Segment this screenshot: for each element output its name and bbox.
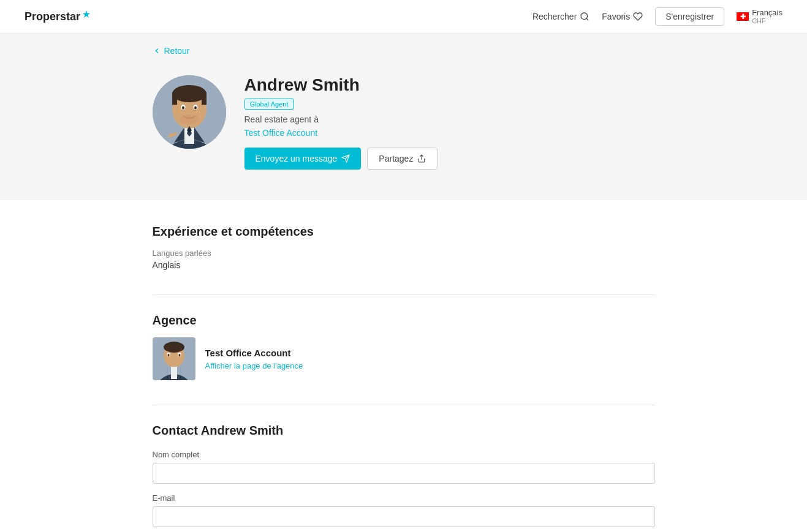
- name-field-group: Nom complet: [153, 450, 655, 484]
- search-label: Rechercher: [532, 12, 577, 21]
- svg-line-2: [586, 18, 588, 20]
- hero-section: Andrew Smith Global Agent Real estate ag…: [128, 57, 680, 200]
- svg-point-1: [581, 13, 588, 20]
- favorites-nav-link[interactable]: Favoris: [602, 12, 643, 21]
- experience-section: Expérience et compétences Langues parlée…: [153, 225, 655, 270]
- share-label: Partagez: [379, 154, 413, 163]
- agency-details: Test Office Account Afficher la page de …: [205, 348, 303, 370]
- svg-point-30: [178, 354, 180, 356]
- languages-label: Langues parlées: [153, 249, 655, 258]
- email-input[interactable]: [153, 506, 655, 527]
- email-label: E-mail: [153, 493, 655, 503]
- svg-point-13: [182, 107, 184, 110]
- experience-title: Expérience et compétences: [153, 225, 655, 239]
- name-label: Nom complet: [153, 450, 655, 459]
- agent-avatar: [153, 75, 226, 149]
- svg-marker-0: [83, 10, 90, 18]
- languages-value: Anglais: [153, 260, 655, 270]
- agency-thumb-image: [153, 337, 195, 380]
- logo[interactable]: Properstar: [25, 10, 91, 23]
- logo-star-icon: [82, 10, 91, 18]
- svg-point-8: [172, 85, 206, 102]
- agent-office-link[interactable]: Test Office Account: [244, 128, 438, 138]
- main-content: Expérience et compétences Langues parlée…: [128, 200, 680, 532]
- register-button[interactable]: S'enregistrer: [655, 7, 724, 26]
- section-divider-1: [153, 294, 655, 295]
- send-icon: [341, 154, 350, 163]
- global-badge: Global Agent: [244, 99, 294, 110]
- logo-text: Properstar: [25, 10, 80, 23]
- heart-icon: [633, 12, 643, 21]
- svg-point-15: [180, 114, 199, 124]
- favorites-label: Favoris: [602, 12, 630, 21]
- agency-card: Test Office Account Afficher la page de …: [153, 337, 655, 380]
- hero-buttons: Envoyez un message Partagez: [244, 148, 438, 170]
- agency-title: Agence: [153, 313, 655, 328]
- contact-title: Contact Andrew Smith: [153, 424, 655, 438]
- section-divider-2: [153, 405, 655, 405]
- back-link[interactable]: Retour: [153, 46, 190, 56]
- name-input[interactable]: [153, 463, 655, 484]
- back-label: Retour: [164, 46, 190, 56]
- header-nav: Rechercher Favoris S'enregistrer ✚ Franç…: [532, 7, 782, 26]
- svg-point-29: [167, 354, 169, 356]
- agency-page-link[interactable]: Afficher la page de l'agence: [205, 361, 303, 370]
- search-nav-link[interactable]: Rechercher: [532, 12, 589, 21]
- svg-rect-9: [172, 92, 177, 105]
- share-icon: [417, 154, 426, 163]
- agency-thumbnail: [153, 337, 195, 380]
- email-field-group: E-mail: [153, 493, 655, 527]
- agency-name: Test Office Account: [205, 348, 303, 358]
- send-message-button[interactable]: Envoyez un message: [244, 148, 362, 170]
- svg-point-26: [164, 342, 184, 353]
- search-icon: [580, 12, 589, 21]
- arrow-left-icon: [153, 47, 161, 55]
- agency-section: Agence Test Office Account Afficher la p…: [153, 313, 655, 380]
- svg-rect-10: [202, 92, 206, 105]
- agent-info: Andrew Smith Global Agent Real estate ag…: [244, 75, 438, 170]
- share-button[interactable]: Partagez: [367, 148, 438, 170]
- avatar-image: [153, 75, 226, 149]
- contact-section: Contact Andrew Smith Nom complet E-mail …: [153, 424, 655, 532]
- svg-rect-31: [171, 367, 177, 379]
- svg-point-14: [194, 107, 197, 110]
- language-text: Français CHF: [752, 8, 782, 26]
- agent-name: Andrew Smith: [244, 75, 438, 95]
- language-selector[interactable]: ✚ Français CHF: [737, 8, 782, 26]
- agent-role: Real estate agent à: [244, 114, 438, 124]
- site-header: Properstar Rechercher Favoris S'enregist…: [0, 0, 807, 34]
- send-message-label: Envoyez un message: [256, 154, 338, 163]
- swiss-flag-icon: ✚: [737, 12, 749, 21]
